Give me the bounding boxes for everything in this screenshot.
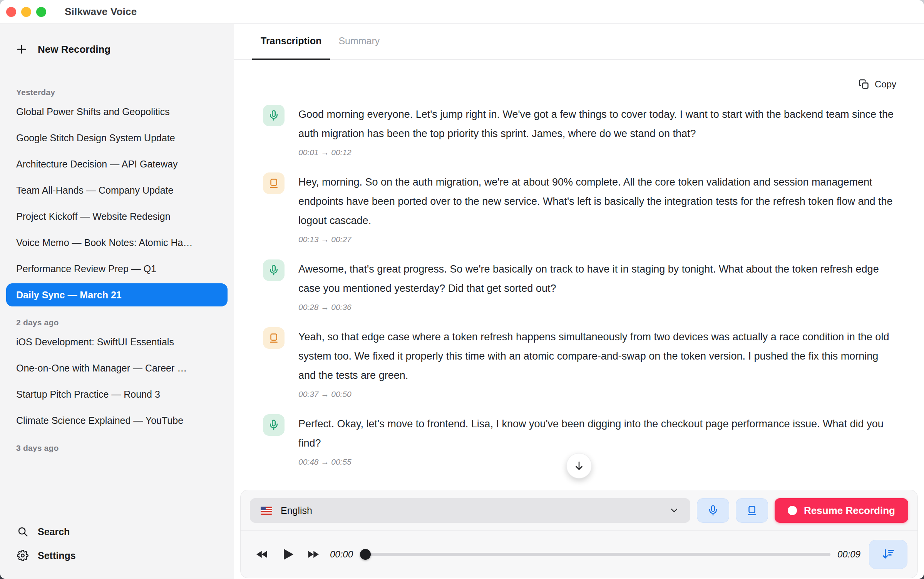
slider-knob[interactable] — [360, 549, 371, 560]
transcript-entry: Awesome, that's great progress. So we're… — [263, 259, 897, 312]
recording-item-label: Voice Memo — Book Notes: Atomic Ha… — [16, 237, 193, 248]
timestamp-arrow: → — [321, 457, 329, 466]
recording-item-label: Performance Review Prep — Q1 — [16, 263, 156, 274]
minimize-window-button[interactable] — [21, 7, 31, 17]
timestamp-arrow: → — [321, 303, 329, 311]
recording-item[interactable]: Global Power Shifts and Geopolitics — [6, 100, 228, 123]
recording-item[interactable]: iOS Development: SwiftUI Essentials — [6, 330, 228, 353]
recording-item-label: One-on-One with Manager — Career … — [16, 363, 187, 374]
recording-item[interactable]: Team All-Hands — Company Update — [6, 179, 228, 202]
timestamp-start: 00:13 — [298, 235, 319, 244]
titlebar: Silkwave Voice — [0, 0, 924, 24]
timestamp-start: 00:48 — [298, 457, 319, 466]
recording-item[interactable]: Startup Pitch Practice — Round 3 — [6, 383, 228, 406]
new-recording-button[interactable]: New Recording — [15, 39, 224, 59]
resume-recording-label: Resume Recording — [804, 505, 895, 517]
transcript-entry: Hey, morning. So on the auth migration, … — [263, 172, 897, 244]
timestamp-start: 00:37 — [298, 390, 319, 398]
recording-item[interactable]: Performance Review Prep — Q1 — [6, 257, 228, 280]
fast-forward-icon — [306, 549, 320, 560]
play-icon — [280, 547, 295, 562]
section-label-2-days-ago: 2 days ago — [16, 318, 234, 327]
timestamp-end: 00:50 — [331, 390, 352, 398]
language-select[interactable]: English — [250, 498, 690, 523]
microphone-source-badge — [263, 105, 285, 126]
section-label-yesterday: Yesterday — [16, 88, 234, 97]
laptop-icon — [268, 177, 280, 189]
transcript-text: Awesome, that's great progress. So we're… — [298, 259, 897, 298]
recording-item-label: Daily Sync — March 21 — [16, 290, 122, 301]
fast-forward-button[interactable] — [306, 549, 320, 560]
timestamp-arrow: → — [321, 390, 329, 398]
settings-label: Settings — [38, 550, 76, 561]
auto-scroll-button[interactable] — [869, 540, 907, 569]
transcript-text: Hey, morning. So on the auth migration, … — [298, 172, 897, 230]
traffic-lights — [6, 7, 46, 17]
resume-recording-button[interactable]: Resume Recording — [775, 498, 908, 523]
main-panel: Transcription Summary Copy Good morning … — [234, 24, 924, 579]
playback-slider[interactable] — [360, 549, 830, 560]
language-value: English — [281, 505, 312, 516]
laptop-icon — [268, 332, 280, 344]
app-window: Silkwave Voice New Recording Yesterday G… — [0, 0, 924, 579]
sort-descending-icon — [881, 547, 895, 561]
recording-item-selected[interactable]: Daily Sync — March 21 — [6, 283, 228, 306]
section-label-3-days-ago: 3 days ago — [16, 443, 234, 453]
microphone-source-badge — [263, 414, 285, 436]
search-icon — [17, 526, 28, 537]
microphone-icon — [268, 264, 280, 276]
recording-item[interactable]: Architecture Decision — API Gateway — [6, 152, 228, 176]
recording-item-label: iOS Development: SwiftUI Essentials — [16, 336, 174, 348]
timestamp-end: 00:55 — [331, 457, 352, 466]
system-audio-source-badge — [263, 327, 285, 349]
close-window-button[interactable] — [6, 7, 16, 17]
recording-item[interactable]: One-on-One with Manager — Career … — [6, 356, 228, 380]
recordings-list: Yesterday Global Power Shifts and Geopol… — [0, 76, 234, 456]
play-button[interactable] — [280, 547, 295, 562]
plus-icon — [15, 43, 28, 55]
new-recording-label: New Recording — [38, 44, 110, 55]
rewind-button[interactable] — [255, 549, 269, 560]
microphone-input-button[interactable] — [697, 498, 729, 523]
transcript-timestamp: 00:28 → 00:36 — [298, 303, 897, 312]
microphone-icon — [707, 505, 719, 516]
recording-item[interactable]: Voice Memo — Book Notes: Atomic Ha… — [6, 231, 228, 254]
system-audio-input-button[interactable] — [736, 498, 768, 523]
microphone-icon — [268, 419, 280, 431]
recording-item-label: Google Stitch Design System Update — [16, 132, 175, 144]
search-label: Search — [38, 526, 70, 537]
tab-transcription[interactable]: Transcription — [252, 24, 330, 60]
recording-item[interactable]: Project Kickoff — Website Redesign — [6, 205, 228, 228]
scroll-to-bottom-button[interactable] — [566, 453, 592, 479]
timestamp-end: 00:36 — [331, 303, 352, 311]
copy-button[interactable]: Copy — [859, 76, 896, 93]
transcript-text: Yeah, so that edge case where a token re… — [298, 327, 897, 385]
sidebar-footer: Search Settings — [0, 520, 234, 570]
transcript-timestamp: 00:01 → 00:12 — [298, 148, 897, 157]
transcript-entry: Good morning everyone. Let's jump right … — [263, 105, 897, 157]
copy-icon — [859, 79, 869, 90]
timestamp-end: 00:12 — [331, 148, 352, 157]
current-time: 00:00 — [330, 549, 353, 560]
arrow-down-icon — [573, 460, 585, 472]
recording-item[interactable]: Climate Science Explained — YouTube — [6, 409, 228, 432]
playback-controls-row: 00:00 00:09 — [241, 531, 917, 578]
timestamp-end: 00:27 — [331, 235, 352, 244]
timestamp-arrow: → — [321, 148, 329, 157]
timestamp-start: 00:28 — [298, 303, 319, 311]
transcript-timestamp: 00:48 → 00:55 — [298, 457, 897, 467]
sidebar-item-search[interactable]: Search — [17, 520, 234, 544]
transcript-entry: Yeah, so that edge case where a token re… — [263, 327, 897, 399]
sidebar: New Recording Yesterday Global Power Shi… — [0, 24, 234, 579]
tab-summary[interactable]: Summary — [330, 24, 388, 60]
record-dot-icon — [788, 506, 797, 515]
recording-item[interactable]: Google Stitch Design System Update — [6, 126, 228, 149]
recording-item-label: Global Power Shifts and Geopolitics — [16, 106, 170, 117]
total-time: 00:09 — [837, 549, 860, 560]
recording-item-label: Startup Pitch Practice — Round 3 — [16, 389, 160, 400]
recording-item-label: Climate Science Explained — YouTube — [16, 415, 183, 426]
sidebar-item-settings[interactable]: Settings — [17, 544, 234, 567]
zoom-window-button[interactable] — [36, 7, 46, 17]
laptop-icon — [746, 505, 758, 516]
transcript-list: Good morning everyone. Let's jump right … — [263, 105, 897, 482]
